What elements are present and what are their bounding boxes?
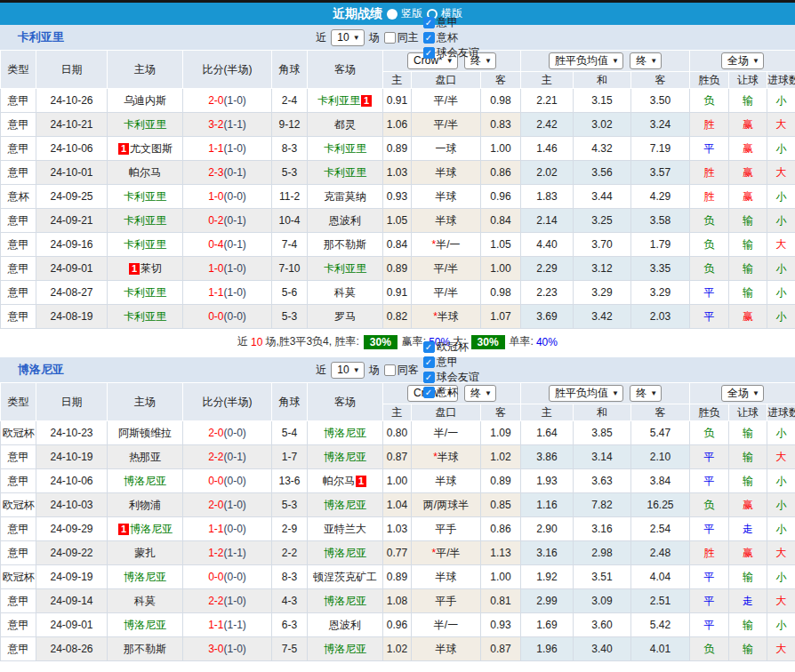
match-type-badge[interactable]: 意甲 xyxy=(1,517,36,541)
away-team[interactable]: 博洛尼亚 xyxy=(308,589,383,613)
avg-odds-select[interactable]: 胜平负均值▼ xyxy=(549,52,623,69)
match-score[interactable]: 1-2(1-1) xyxy=(183,541,272,565)
match-type-badge[interactable]: 意甲 xyxy=(1,281,36,305)
home-team[interactable]: 卡利亚里 xyxy=(108,305,183,329)
home-team[interactable]: 卡利亚里 xyxy=(108,209,183,233)
away-team[interactable]: 博洛尼亚 xyxy=(308,637,383,661)
match-score[interactable]: 0-4(0-1) xyxy=(183,233,272,257)
home-team[interactable]: 1尤文图斯 xyxy=(108,137,183,161)
match-type-badge[interactable]: 意甲 xyxy=(1,161,36,185)
league-checkbox[interactable]: 意杯 xyxy=(422,30,479,45)
home-team[interactable]: 热那亚 xyxy=(108,445,183,469)
home-team[interactable]: 1博洛尼亚 xyxy=(108,517,183,541)
match-score[interactable]: 3-0(1-0) xyxy=(183,637,272,661)
match-type-badge[interactable]: 意甲 xyxy=(1,305,36,329)
match-type-badge[interactable]: 欧冠杯 xyxy=(1,421,36,445)
checkbox-checked-icon[interactable] xyxy=(423,47,435,59)
away-team[interactable]: 罗马 xyxy=(308,305,383,329)
away-team[interactable]: 那不勒斯 xyxy=(308,233,383,257)
match-type-badge[interactable]: 意甲 xyxy=(1,137,36,161)
away-team[interactable]: 博洛尼亚 xyxy=(308,445,383,469)
match-score[interactable]: 1-1(1-0) xyxy=(183,281,272,305)
away-team[interactable]: 卡利亚里 xyxy=(308,161,383,185)
match-type-badge[interactable]: 意甲 xyxy=(1,469,36,493)
scope-select[interactable]: 全场▼ xyxy=(721,52,764,69)
avg-time-select[interactable]: 终▼ xyxy=(630,385,662,402)
match-count-select[interactable]: 10▼ xyxy=(331,362,364,379)
match-score[interactable]: 2-0(0-0) xyxy=(183,421,272,445)
away-team[interactable]: 博洛尼亚 xyxy=(308,541,383,565)
home-team[interactable]: 那不勒斯 xyxy=(108,637,183,661)
home-team[interactable]: 科莫 xyxy=(108,589,183,613)
match-type-badge[interactable]: 意甲 xyxy=(1,233,36,257)
home-team[interactable]: 博洛尼亚 xyxy=(108,469,183,493)
checkbox-checked-icon[interactable] xyxy=(423,32,435,44)
match-score[interactable]: 2-0(1-0) xyxy=(183,493,272,517)
home-team[interactable]: 帕尔马 xyxy=(108,161,183,185)
away-team[interactable]: 科莫 xyxy=(308,281,383,305)
away-team[interactable]: 都灵 xyxy=(308,113,383,137)
league-checkbox[interactable]: 球会友谊 xyxy=(422,370,479,385)
home-team[interactable]: 蒙扎 xyxy=(108,541,183,565)
match-type-badge[interactable]: 意甲 xyxy=(1,89,36,113)
match-type-badge[interactable]: 意甲 xyxy=(1,589,36,613)
away-team[interactable]: 恩波利 xyxy=(308,613,383,637)
league-checkbox[interactable]: 球会友谊 xyxy=(422,45,479,60)
checkbox-checked-icon[interactable] xyxy=(423,387,435,398)
home-team[interactable]: 卡利亚里 xyxy=(108,233,183,257)
away-team[interactable]: 卡利亚里 xyxy=(308,257,383,281)
match-type-badge[interactable]: 意甲 xyxy=(1,637,36,661)
away-team[interactable]: 卡利亚里 xyxy=(308,137,383,161)
league-checkbox[interactable]: 欧冠杯 xyxy=(422,340,479,355)
away-team[interactable]: 克雷莫纳 xyxy=(308,185,383,209)
league-checkbox[interactable]: 意甲 xyxy=(422,15,479,30)
match-score[interactable]: 2-0(1-0) xyxy=(183,89,272,113)
match-score[interactable]: 0-0(0-0) xyxy=(183,565,272,589)
home-team[interactable]: 卡利亚里 xyxy=(108,281,183,305)
home-team[interactable]: 阿斯顿维拉 xyxy=(108,421,183,445)
same-venue-checkbox[interactable]: 同客 xyxy=(382,363,419,378)
match-score[interactable]: 0-2(0-1) xyxy=(183,209,272,233)
match-score[interactable]: 2-2(0-1) xyxy=(183,445,272,469)
checkbox-checked-icon[interactable] xyxy=(423,17,435,28)
match-score[interactable]: 1-0(0-0) xyxy=(183,185,272,209)
match-type-badge[interactable]: 意甲 xyxy=(1,257,36,281)
same-venue-checkbox[interactable]: 同主 xyxy=(382,30,419,45)
avg-odds-select[interactable]: 胜平负均值▼ xyxy=(549,385,623,402)
match-score[interactable]: 0-0(0-0) xyxy=(183,469,272,493)
match-type-badge[interactable]: 意甲 xyxy=(1,613,36,637)
match-type-badge[interactable]: 意甲 xyxy=(1,113,36,137)
away-team[interactable]: 博洛尼亚 xyxy=(308,493,383,517)
match-type-badge[interactable]: 意甲 xyxy=(1,209,36,233)
avg-time-select[interactable]: 终▼ xyxy=(630,52,662,69)
match-type-badge[interactable]: 欧冠杯 xyxy=(1,565,36,589)
match-score[interactable]: 0-0(0-0) xyxy=(183,305,272,329)
home-team[interactable]: 乌迪内斯 xyxy=(108,89,183,113)
home-team[interactable]: 利物浦 xyxy=(108,493,183,517)
checkbox-checked-icon[interactable] xyxy=(423,372,435,383)
home-team[interactable]: 博洛尼亚 xyxy=(108,613,183,637)
away-team[interactable]: 卡利亚里1 xyxy=(308,89,383,113)
match-score[interactable]: 2-3(0-1) xyxy=(183,161,272,185)
match-score[interactable]: 1-1(0-0) xyxy=(183,517,272,541)
match-score[interactable]: 1-1(1-1) xyxy=(183,613,272,637)
checkbox-unchecked-icon[interactable] xyxy=(384,32,396,44)
match-score[interactable]: 1-0(1-0) xyxy=(183,257,272,281)
home-team[interactable]: 卡利亚里 xyxy=(108,185,183,209)
checkbox-unchecked-icon[interactable] xyxy=(384,364,396,376)
league-checkbox[interactable]: 意杯 xyxy=(422,385,479,400)
home-team[interactable]: 1莱切 xyxy=(108,257,183,281)
home-team[interactable]: 博洛尼亚 xyxy=(108,565,183,589)
home-team[interactable]: 卡利亚里 xyxy=(108,113,183,137)
away-team[interactable]: 博洛尼亚 xyxy=(308,421,383,445)
match-type-badge[interactable]: 意杯 xyxy=(1,185,36,209)
match-score[interactable]: 2-2(1-0) xyxy=(183,589,272,613)
league-checkbox[interactable]: 意甲 xyxy=(422,355,479,370)
match-score[interactable]: 1-1(1-0) xyxy=(183,137,272,161)
checkbox-checked-icon[interactable] xyxy=(423,356,435,368)
scope-select[interactable]: 全场▼ xyxy=(721,385,764,402)
checkbox-checked-icon[interactable] xyxy=(423,341,435,353)
match-score[interactable]: 3-2(1-1) xyxy=(183,113,272,137)
away-team[interactable]: 恩波利 xyxy=(308,209,383,233)
away-team[interactable]: 亚特兰大 xyxy=(308,517,383,541)
